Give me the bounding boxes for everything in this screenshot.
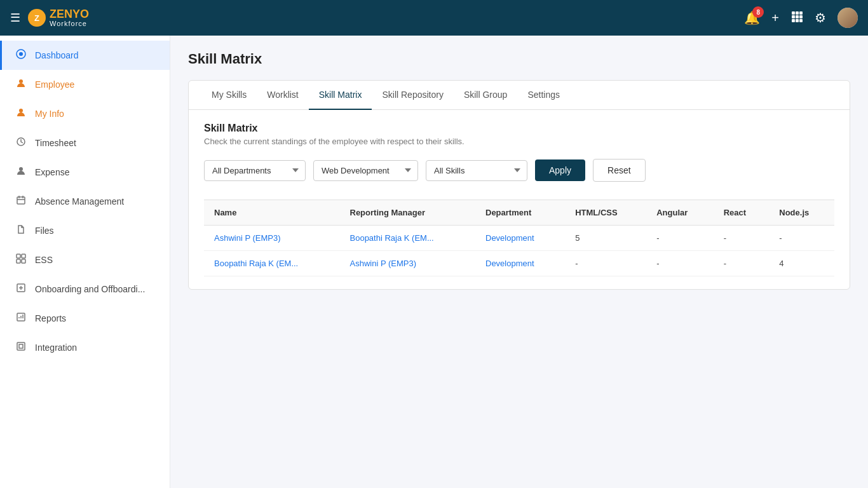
row2-react: - xyxy=(714,251,770,276)
svg-point-10 xyxy=(19,52,23,56)
row2-manager-link[interactable]: Ashwini P (EMP3) xyxy=(350,259,417,268)
col-reporting-manager: Reporting Manager xyxy=(340,200,476,226)
col-angular: Angular xyxy=(646,200,713,226)
row2-angular: - xyxy=(646,251,713,276)
sidebar-label-ess: ESS xyxy=(35,255,53,265)
settings-icon[interactable]: ⚙ xyxy=(815,10,826,25)
logo-sub: Workforce xyxy=(50,20,89,27)
svg-rect-0 xyxy=(792,11,795,15)
row1-dept: Development xyxy=(475,226,565,251)
tab-worklist[interactable]: Worklist xyxy=(257,81,309,110)
group-filter[interactable]: Web Development Mobile Development Desig… xyxy=(313,160,418,181)
svg-rect-5 xyxy=(799,15,803,18)
reports-icon xyxy=(15,312,27,325)
svg-rect-18 xyxy=(17,259,20,263)
card-inner: Skill Matrix Check the current standings… xyxy=(189,110,850,289)
files-icon xyxy=(15,224,27,237)
sidebar-item-onboarding[interactable]: Onboarding and Offboardi... xyxy=(0,274,170,304)
skill-filter[interactable]: All Skills HTML/CSS Angular React Node.j… xyxy=(426,160,527,181)
app-body: Dashboard Employee My Info Timesheet Exp… xyxy=(0,36,868,488)
sidebar-item-files[interactable]: Files xyxy=(0,216,170,245)
svg-rect-19 xyxy=(22,259,25,263)
user-avatar[interactable] xyxy=(837,8,858,28)
sidebar-item-timesheet[interactable]: Timesheet xyxy=(0,128,170,158)
expense-icon xyxy=(15,166,27,179)
logo: Z ZENYO Workforce xyxy=(28,8,89,27)
hamburger-menu[interactable]: ☰ xyxy=(10,11,20,25)
main-content: Skill Matrix My Skills Worklist Skill Ma… xyxy=(170,36,868,488)
svg-rect-8 xyxy=(799,19,803,22)
myinfo-icon xyxy=(15,107,27,120)
notification-badge: 8 xyxy=(752,6,764,18)
row1-html-css: 5 xyxy=(565,226,646,251)
row1-react: - xyxy=(714,226,770,251)
svg-point-12 xyxy=(19,109,23,112)
row1-dept-link[interactable]: Development xyxy=(485,233,534,243)
sidebar-label-dashboard: Dashboard xyxy=(35,50,79,60)
svg-rect-22 xyxy=(17,342,25,350)
svg-point-11 xyxy=(19,79,23,83)
col-name: Name xyxy=(204,200,340,226)
absence-icon xyxy=(15,195,27,208)
sidebar-label-myinfo: My Info xyxy=(35,109,64,119)
add-icon[interactable]: + xyxy=(771,11,779,25)
svg-rect-16 xyxy=(17,254,20,258)
col-nodejs: Node.js xyxy=(769,200,834,226)
sidebar-label-absence: Absence Management xyxy=(35,196,124,207)
row2-manager: Ashwini P (EMP3) xyxy=(340,251,476,276)
grid-icon[interactable] xyxy=(790,10,803,26)
svg-rect-1 xyxy=(796,11,799,15)
sidebar-label-integration: Integration xyxy=(35,342,77,353)
section-title: Skill Matrix xyxy=(204,123,834,134)
tab-skillgroup[interactable]: Skill Group xyxy=(454,81,517,110)
tab-skillmatrix[interactable]: Skill Matrix xyxy=(309,81,372,110)
tab-skillrepository[interactable]: Skill Repository xyxy=(372,81,453,110)
sidebar-item-expense[interactable]: Expense xyxy=(0,158,170,187)
sidebar-item-myinfo[interactable]: My Info xyxy=(0,99,170,128)
sidebar-item-dashboard[interactable]: Dashboard xyxy=(0,41,170,70)
svg-rect-2 xyxy=(799,11,803,15)
tab-myskills[interactable]: My Skills xyxy=(201,81,257,110)
sidebar-label-files: Files xyxy=(35,226,54,236)
row2-name-link[interactable]: Boopathi Raja K (EM... xyxy=(214,259,298,268)
table-row: Boopathi Raja K (EM... Ashwini P (EMP3) … xyxy=(204,251,834,276)
row2-html-css: - xyxy=(565,251,646,276)
sidebar-item-reports[interactable]: Reports xyxy=(0,304,170,333)
sidebar-item-employee[interactable]: Employee xyxy=(0,70,170,99)
row1-name-link[interactable]: Ashwini P (EMP3) xyxy=(214,233,281,243)
onboarding-icon xyxy=(15,283,27,295)
sidebar-label-expense: Expense xyxy=(35,167,69,177)
row2-dept-link[interactable]: Development xyxy=(485,259,534,268)
skill-matrix-table: Name Reporting Manager Department HTML/C… xyxy=(204,200,834,276)
integration-icon xyxy=(15,341,27,354)
top-navigation: ☰ Z ZENYO Workforce 🔔 8 + xyxy=(0,0,868,36)
logo-text: ZENYO xyxy=(50,8,89,20)
dashboard-icon xyxy=(15,49,27,62)
col-html-css: HTML/CSS xyxy=(565,200,646,226)
sidebar-label-reports: Reports xyxy=(35,313,66,323)
svg-rect-6 xyxy=(792,19,795,22)
timesheet-icon xyxy=(15,137,27,149)
svg-rect-3 xyxy=(792,15,795,18)
row1-nodejs: - xyxy=(769,226,834,251)
svg-rect-4 xyxy=(796,15,799,18)
sidebar-label-employee: Employee xyxy=(35,79,74,90)
col-department: Department xyxy=(475,200,565,226)
reset-button[interactable]: Reset xyxy=(593,159,646,182)
tab-settings[interactable]: Settings xyxy=(517,81,570,110)
row1-name: Ashwini P (EMP3) xyxy=(204,226,340,251)
logo-icon: Z xyxy=(28,9,46,27)
section-desc: Check the current standings of the emplo… xyxy=(204,137,834,146)
sidebar-item-ess[interactable]: ESS xyxy=(0,245,170,274)
row1-manager-link[interactable]: Boopathi Raja K (EM... xyxy=(350,233,434,243)
row2-dept: Development xyxy=(475,251,565,276)
apply-button[interactable]: Apply xyxy=(535,159,585,181)
notification-bell[interactable]: 🔔 8 xyxy=(744,10,760,25)
sidebar-label-onboarding: Onboarding and Offboardi... xyxy=(35,284,145,294)
sidebar-item-absence[interactable]: Absence Management xyxy=(0,187,170,216)
sidebar: Dashboard Employee My Info Timesheet Exp… xyxy=(0,36,170,488)
row2-name: Boopathi Raja K (EM... xyxy=(204,251,340,276)
department-filter[interactable]: All Departments Development HR Finance xyxy=(204,160,306,181)
sidebar-item-integration[interactable]: Integration xyxy=(0,333,170,362)
skill-matrix-card: My Skills Worklist Skill Matrix Skill Re… xyxy=(188,80,850,290)
